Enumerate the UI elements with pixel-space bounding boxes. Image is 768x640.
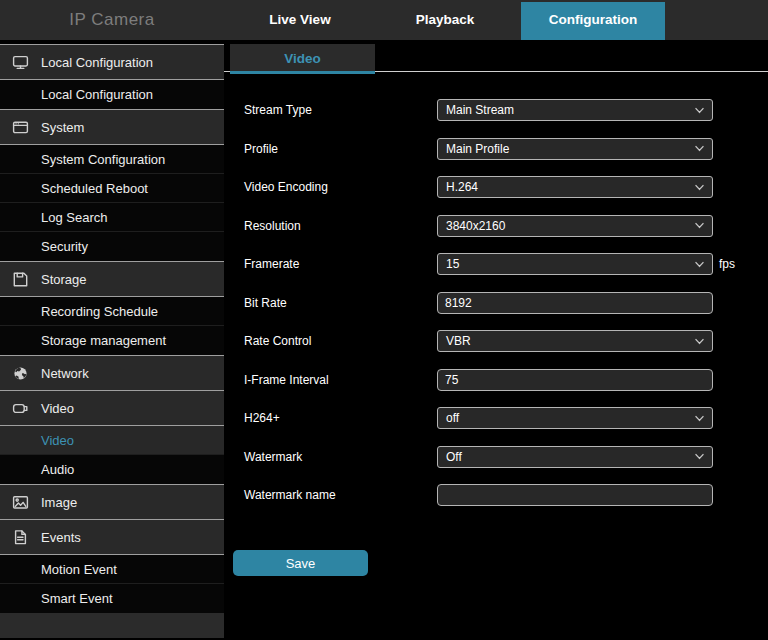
stream-type-label: Stream Type [244, 103, 437, 117]
sidebar-item-audio[interactable]: Audio [0, 455, 224, 484]
h264-plus-selected-value: off [446, 408, 694, 428]
sidebar-item-video[interactable]: Video [0, 426, 224, 455]
sidebar-item-label: Events [41, 530, 81, 545]
form-row-h264-plus: H264+off [224, 399, 768, 438]
video-encoding-selected-value: H.264 [446, 177, 694, 197]
tab-playback[interactable]: Playback [380, 0, 510, 40]
chevron-down-icon [694, 336, 705, 347]
sidebar-item-storage-management[interactable]: Storage management [0, 326, 224, 355]
save-button[interactable]: Save [233, 550, 368, 576]
sidebar-item-label: Scheduled Reboot [41, 181, 148, 196]
sidebar-group-network[interactable]: Network [0, 355, 224, 391]
sidebar-group-system[interactable]: System [0, 109, 224, 145]
framerate-selected-value: 15 [446, 254, 694, 274]
image-icon [12, 494, 29, 511]
video-camera-icon [12, 400, 29, 417]
sidebar-item-security[interactable]: Security [0, 232, 224, 261]
sidebar-group-events[interactable]: Events [0, 520, 224, 555]
sidebar-nav: Local ConfigurationLocal ConfigurationSy… [0, 44, 224, 640]
sidebar-item-label: Local Configuration [41, 55, 153, 70]
form-row-rate-control: Rate ControlVBR [224, 322, 768, 361]
form-row-profile: ProfileMain Profile [224, 130, 768, 169]
chevron-down-icon [694, 220, 705, 231]
video-encoding-label: Video Encoding [244, 180, 437, 194]
framerate-label: Framerate [244, 257, 437, 271]
rate-control-selected-value: VBR [446, 331, 694, 351]
video-settings-form: Stream TypeMain StreamProfileMain Profil… [224, 91, 768, 515]
chevron-down-icon [694, 105, 705, 116]
sidebar-item-label: Network [41, 366, 89, 381]
sidebar-item-motion-event[interactable]: Motion Event [0, 555, 224, 584]
resolution-label: Resolution [244, 219, 437, 233]
sidebar-group-local-configuration[interactable]: Local Configuration [0, 44, 224, 80]
sidebar-group-video[interactable]: Video [0, 391, 224, 426]
profile-label: Profile [244, 142, 437, 156]
sidebar-item-log-search[interactable]: Log Search [0, 203, 224, 232]
sidebar-footer [0, 613, 224, 638]
sidebar-item-label: Log Search [41, 210, 108, 225]
sidebar-item-system-configuration[interactable]: System Configuration [0, 145, 224, 174]
watermark-selected-value: Off [446, 447, 694, 467]
sidebar-group-image[interactable]: Image [0, 484, 224, 520]
system-window-icon [12, 119, 29, 136]
framerate-select[interactable]: 15 [437, 253, 713, 275]
sidebar-item-local-configuration[interactable]: Local Configuration [0, 80, 224, 109]
stream-type-selected-value: Main Stream [446, 100, 694, 120]
form-row-stream-type: Stream TypeMain Stream [224, 91, 768, 130]
h264-plus-label: H264+ [244, 411, 437, 425]
sidebar-item-label: Security [41, 239, 88, 254]
watermark-name-label: Watermark name [244, 488, 437, 502]
content-tab-bar: Video [224, 44, 768, 72]
profile-selected-value: Main Profile [446, 139, 694, 159]
form-row-bit-rate: Bit Rate [224, 284, 768, 323]
sidebar-item-label: Recording Schedule [41, 304, 158, 319]
tab-configuration[interactable]: Configuration [521, 2, 665, 40]
rate-control-label: Rate Control [244, 334, 437, 348]
sidebar-item-smart-event[interactable]: Smart Event [0, 584, 224, 613]
sidebar-item-recording-schedule[interactable]: Recording Schedule [0, 297, 224, 326]
sidebar-item-label: Video [41, 433, 74, 448]
network-globe-icon [12, 365, 29, 382]
tab-video[interactable]: Video [230, 44, 375, 72]
sidebar-group-storage[interactable]: Storage [0, 261, 224, 297]
stream-type-select[interactable]: Main Stream [437, 99, 713, 121]
h264-plus-select[interactable]: off [437, 407, 713, 429]
i-frame-interval-field[interactable] [437, 369, 713, 391]
watermark-name-field[interactable] [437, 484, 713, 506]
bit-rate-field[interactable] [437, 292, 713, 314]
chevron-down-icon [694, 182, 705, 193]
top-bar: IP Camera Live View Playback Configurati… [0, 0, 768, 40]
sidebar-item-label: Audio [41, 462, 74, 477]
form-row-watermark: WatermarkOff [224, 438, 768, 477]
profile-select[interactable]: Main Profile [437, 138, 713, 160]
sidebar-item-scheduled-reboot[interactable]: Scheduled Reboot [0, 174, 224, 203]
events-document-icon [12, 529, 29, 546]
chevron-down-icon [694, 143, 705, 154]
form-row-video-encoding: Video EncodingH.264 [224, 168, 768, 207]
sidebar-item-label: Image [41, 495, 77, 510]
form-row-resolution: Resolution3840x2160 [224, 207, 768, 246]
chevron-down-icon [694, 451, 705, 462]
sidebar-item-label: Motion Event [41, 562, 117, 577]
resolution-select[interactable]: 3840x2160 [437, 215, 713, 237]
video-encoding-select[interactable]: H.264 [437, 176, 713, 198]
rate-control-select[interactable]: VBR [437, 330, 713, 352]
tab-live-view[interactable]: Live View [225, 0, 375, 40]
chevron-down-icon [694, 259, 705, 270]
bit-rate-label: Bit Rate [244, 296, 437, 310]
i-frame-interval-label: I-Frame Interval [244, 373, 437, 387]
monitor-icon [12, 54, 29, 71]
sidebar-item-label: Storage [41, 272, 87, 287]
form-row-i-frame-interval: I-Frame Interval [224, 361, 768, 400]
chevron-down-icon [694, 413, 705, 424]
form-row-watermark-name: Watermark name [224, 476, 768, 515]
sidebar-item-label: Video [41, 401, 74, 416]
app-title: IP Camera [0, 0, 224, 40]
watermark-select[interactable]: Off [437, 446, 713, 468]
sidebar-item-label: System Configuration [41, 152, 165, 167]
storage-disk-icon [12, 271, 29, 288]
sidebar-item-label: Local Configuration [41, 87, 153, 102]
resolution-selected-value: 3840x2160 [446, 216, 694, 236]
sidebar-item-label: Storage management [41, 333, 166, 348]
main-content: Video Stream TypeMain StreamProfileMain … [224, 40, 768, 640]
